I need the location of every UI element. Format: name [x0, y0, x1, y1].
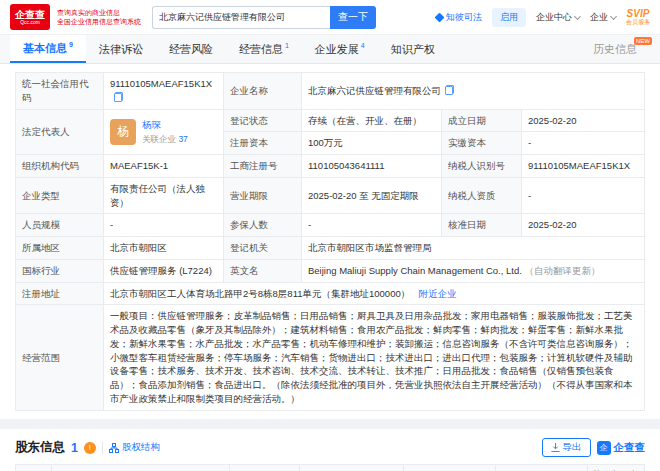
- info-value: -: [522, 132, 645, 155]
- english-name-value: Beijing Maliuji Supply Chain Management …: [308, 265, 522, 276]
- slogan: 查询真实的商业信息 全国企业信用信息查询系统: [57, 8, 141, 26]
- org-chart-icon: [109, 443, 119, 453]
- new-badge: NEW: [634, 37, 652, 45]
- english-name-note: （自动翻译更新）: [525, 265, 601, 276]
- info-label: 英文名: [224, 259, 302, 282]
- legal-rep: 杨 杨琛 关联企业 37: [110, 118, 217, 145]
- tab-label: 经营风险: [169, 42, 213, 57]
- tab-label: 经营信息: [239, 42, 283, 57]
- enterprise-label: 企业: [590, 11, 608, 24]
- info-label: 纳税人识别号: [442, 155, 522, 178]
- slogan-line1: 查询真实的商业信息: [57, 8, 141, 17]
- divider-line: [102, 442, 103, 454]
- tab-basic-info[interactable]: 基本信息 9: [10, 35, 86, 63]
- basic-info-section: 统一社会信用代码 91110105MAEAF15K1X 企业名称 北京麻六记供应…: [0, 64, 660, 419]
- tab-history[interactable]: 历史信息 NEW: [580, 35, 650, 63]
- equity-structure-link[interactable]: 股权结构: [109, 441, 160, 454]
- qcc-company-page: 企查查 Qcc.com 查询真实的商业信息 全国企业信用信息查询系统 查一下 知…: [0, 0, 660, 471]
- chevron-down-icon: [610, 12, 617, 19]
- shareholders-title: 股东信息: [15, 439, 65, 456]
- info-value: Beijing Maliuji Supply Chain Management …: [302, 259, 645, 282]
- info-label: 经营范围: [16, 305, 104, 410]
- zhibi-label: 知彼司法: [446, 11, 482, 24]
- info-value: 91110105MAEAF15K1X: [522, 155, 645, 178]
- tab-ip[interactable]: 知识产权: [378, 35, 448, 63]
- info-label: 注册资本: [224, 132, 302, 155]
- column-header-seq: 序号: [16, 464, 52, 471]
- download-icon: [551, 443, 560, 452]
- info-value: 2025-02-20: [522, 214, 645, 237]
- info-value: 北京市朝阳区市场监督管理局: [302, 237, 645, 260]
- info-label: 国标行业: [16, 259, 104, 282]
- info-label: 人员规模: [16, 214, 104, 237]
- info-value: 有限责任公司（法人独资）: [104, 177, 224, 214]
- info-value: 存续（在营、开业、在册）: [302, 109, 442, 132]
- qcc-logo-domain: Qcc.com: [20, 20, 40, 25]
- search-input[interactable]: [152, 6, 330, 29]
- enterprise-center-menu[interactable]: 企业中心: [536, 11, 580, 24]
- related-companies-count[interactable]: 37: [178, 134, 187, 144]
- enable-button[interactable]: 启用: [492, 8, 526, 27]
- header: 企查查 Qcc.com 查询真实的商业信息 全国企业信用信息查询系统 查一下 知…: [0, 0, 660, 34]
- tab-development[interactable]: 企业发展 4: [302, 35, 378, 63]
- info-value: 北京市朝阳区工人体育场北路甲2号8栋8层811单元（集群地址100000） 附近…: [104, 282, 645, 305]
- info-value: 北京麻六记供应链管理有限公司: [302, 73, 645, 110]
- info-label: 营业期限: [224, 177, 302, 214]
- legal-rep-name[interactable]: 杨琛: [142, 118, 188, 132]
- search-button[interactable]: 查一下: [330, 6, 376, 29]
- info-label: 统一社会信用代码: [16, 73, 104, 110]
- info-label: 工商注册号: [224, 155, 302, 178]
- tab-count-badge: 1: [285, 42, 289, 49]
- tab-operation[interactable]: 经营信息 1: [226, 35, 302, 63]
- copy-icon[interactable]: [445, 85, 454, 95]
- nearby-companies-link[interactable]: 附近企业: [419, 288, 457, 299]
- info-value: 2025-02-20 至 无固定期限: [302, 177, 442, 214]
- info-label: 企业类型: [16, 177, 104, 214]
- info-value: -: [302, 214, 442, 237]
- info-label: 核准日期: [442, 214, 522, 237]
- shareholders-table: 序号 股东名称 持股比例 认缴出资额(万元) 认缴出资日期 首次持股日期 关联产…: [15, 464, 645, 471]
- qcc-brand-icon: 企: [597, 441, 611, 455]
- copy-icon[interactable]: [114, 92, 123, 102]
- zhibi-sifa-link[interactable]: 知彼司法: [436, 11, 482, 24]
- column-header-ratio: 持股比例: [230, 464, 300, 471]
- legal-rep-info: 杨琛 关联企业 37: [142, 118, 188, 145]
- shareholders-section: 股东信息 1 ! 股权结构 导出 企 企查查: [0, 429, 660, 471]
- svip-sub-label: 会员服务: [626, 19, 650, 26]
- zhibi-icon: [435, 12, 445, 22]
- business-scope-value: 一般项目：供应链管理服务；皮革制品销售；日用品销售；厨具卫具及日用杂品批发；家用…: [104, 305, 645, 410]
- info-value: 供应链管理服务 (L7224): [104, 259, 224, 282]
- info-value: 2025-02-20: [522, 109, 645, 132]
- info-value: 100万元: [302, 132, 442, 155]
- svip-link[interactable]: SVIP 会员服务: [626, 8, 650, 26]
- tab-label: 历史信息: [593, 42, 637, 57]
- search-bar: 查一下: [152, 6, 376, 29]
- basic-info-table: 统一社会信用代码 91110105MAEAF15K1X 企业名称 北京麻六记供应…: [15, 72, 645, 411]
- qcc-logo[interactable]: 企查查 Qcc.com: [10, 4, 50, 30]
- tab-label: 法律诉讼: [99, 42, 143, 57]
- enterprise-menu[interactable]: 企业: [590, 11, 616, 24]
- info-label: 实缴资本: [442, 132, 522, 155]
- info-label: 企业名称: [224, 73, 302, 110]
- tab-risk[interactable]: 经营风险: [156, 35, 226, 63]
- address-value: 北京市朝阳区工人体育场北路甲2号8栋8层811单元（集群地址100000）: [110, 288, 410, 299]
- info-value: -: [104, 214, 224, 237]
- tab-legal[interactable]: 法律诉讼: [86, 35, 156, 63]
- column-header-first-date: 首次持股日期: [496, 464, 588, 471]
- export-button[interactable]: 导出: [542, 438, 591, 457]
- tab-label: 企业发展: [315, 42, 359, 57]
- info-label: 注册地址: [16, 282, 104, 305]
- svip-label: SVIP: [626, 8, 650, 19]
- legal-rep-avatar[interactable]: 杨: [110, 119, 136, 145]
- info-label: 成立日期: [442, 109, 522, 132]
- notice-icon[interactable]: !: [84, 442, 96, 454]
- header-nav: 知彼司法 启用 企业中心 企业 SVIP 会员服务: [436, 8, 650, 27]
- slogan-line2: 全国企业信用信息查询系统: [57, 17, 141, 26]
- tab-count-badge: 4: [361, 42, 365, 49]
- info-value: -: [522, 177, 645, 214]
- info-label: 组织机构代码: [16, 155, 104, 178]
- credit-code-value: 91110105MAEAF15K1X: [110, 78, 212, 89]
- info-label: 法定代表人: [16, 109, 104, 155]
- info-label: 参保人数: [224, 214, 302, 237]
- tab-label: 基本信息: [23, 41, 67, 56]
